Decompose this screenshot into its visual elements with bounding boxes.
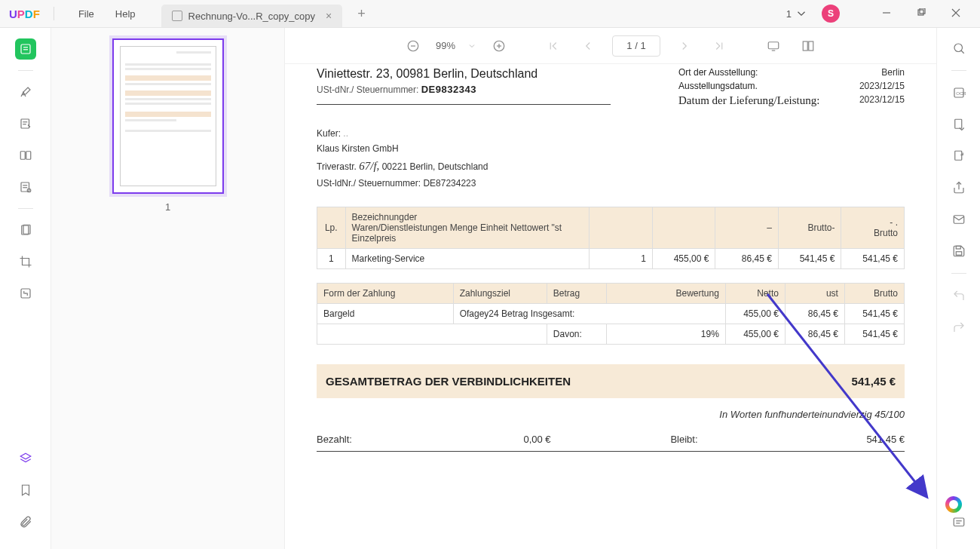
tab-close-button[interactable]: × [326, 10, 332, 22]
page-layout-button[interactable] [798, 35, 819, 57]
export-button[interactable] [949, 146, 969, 166]
paid-value: 0,00 € [523, 434, 550, 445]
svg-rect-12 [26, 152, 30, 160]
seller-vat-label: USt-dNr./ Steuernummer: [317, 84, 418, 95]
last-page-button[interactable] [709, 35, 730, 57]
maximize-button[interactable] [906, 2, 936, 26]
redo-button[interactable] [949, 317, 969, 337]
buyer-label: Kufer: [317, 128, 341, 139]
convert-button[interactable] [949, 115, 969, 134]
cell-davon: Davon: [547, 324, 606, 344]
menu-file[interactable]: File [68, 4, 105, 24]
svg-rect-30 [803, 41, 807, 51]
crop-tool[interactable] [15, 251, 36, 272]
edit-tool[interactable] [15, 113, 36, 134]
cell-form: Bargeld [317, 303, 454, 324]
form-tool[interactable] [15, 176, 36, 198]
chevron-down-icon [795, 7, 808, 20]
svg-text:OCR: OCR [956, 91, 966, 96]
reader-tool[interactable] [15, 38, 36, 60]
page-input[interactable]: 1 / 1 [612, 35, 660, 57]
svg-rect-42 [956, 246, 960, 249]
tab-count[interactable]: 1 [777, 4, 817, 23]
attachment-tool[interactable] [15, 511, 36, 532]
col-blank1 [590, 207, 653, 248]
new-tab-button[interactable]: + [351, 3, 372, 25]
comments-panel-button[interactable] [949, 513, 969, 532]
protect-tool[interactable] [15, 219, 36, 241]
total-row: GESAMTBETRAG DER VERBINDLICHKEITEN 541,4… [317, 364, 905, 398]
svg-rect-40 [954, 216, 964, 224]
buyer-vat-label: USt-ldNr./ Steuernummer: [317, 178, 421, 189]
svg-rect-28 [768, 41, 779, 48]
save-button[interactable] [949, 241, 969, 261]
page-separator: / [635, 40, 638, 51]
tab-title: Rechnung-Vo...R_copy_copy [188, 11, 315, 22]
col-ust: ust [785, 283, 844, 303]
email-button[interactable] [949, 210, 969, 229]
col-dash: – [715, 207, 779, 248]
cell-desc: Marketing-Service [345, 248, 590, 268]
bookmark-tool[interactable] [15, 480, 36, 501]
divider [951, 70, 966, 71]
prev-page-button[interactable] [577, 35, 599, 57]
next-page-button[interactable] [674, 35, 695, 57]
compress-tool[interactable] [15, 283, 36, 304]
document-icon [172, 11, 182, 21]
svg-rect-41 [956, 252, 962, 256]
minimize-button[interactable] [871, 2, 902, 26]
divider [317, 104, 611, 105]
ocr-button[interactable]: OCR [949, 83, 969, 103]
page-viewport[interactable]: Viniettestr. 23, 00981 Berlin, Deutschla… [285, 64, 936, 549]
page-current: 1 [626, 40, 632, 51]
svg-rect-11 [20, 152, 25, 160]
buyer-name: Klaus Kirsten GmbH [317, 141, 905, 156]
cell-netto: 455,00 € [652, 248, 715, 268]
zoom-value[interactable]: 99% [436, 40, 455, 51]
svg-rect-18 [23, 225, 30, 234]
menubar: UPDF File Help Rechnung-Vo...R_copy_copy… [0, 0, 980, 28]
buyer-address-pre: Triverastr. [317, 161, 357, 172]
items-table: Lp. Bezeichnungder Waren/Dienstleistunge… [317, 207, 905, 269]
right-toolbar: OCR [936, 28, 980, 549]
svg-rect-1 [918, 10, 923, 15]
page-thumbnail[interactable] [112, 38, 224, 194]
zoom-in-button[interactable] [488, 35, 510, 57]
first-page-button[interactable] [543, 35, 564, 57]
close-window-button[interactable] [941, 2, 971, 26]
tab-count-value: 1 [786, 8, 792, 20]
page-tool[interactable] [15, 145, 36, 166]
cell-brutto: 541,45 € [844, 303, 904, 324]
document-tab[interactable]: Rechnung-Vo...R_copy_copy × [161, 5, 343, 27]
divider [18, 70, 33, 71]
zoom-out-button[interactable] [403, 35, 424, 57]
cell-brutto2: 541,45 € [841, 248, 905, 268]
search-button[interactable] [949, 38, 969, 58]
svg-rect-38 [954, 151, 961, 160]
cell-ziel: Ofagey24 Betrag Insgesamt: [453, 303, 725, 324]
comment-tool[interactable] [15, 81, 36, 103]
svg-rect-8 [21, 119, 29, 128]
payment-status-row: Bezahlt: 0,00 € Bleibt: 541,45 € [317, 434, 905, 452]
col-ziel: Zahlungsziel [453, 283, 547, 303]
layers-tool[interactable] [15, 448, 36, 469]
user-avatar[interactable]: S [822, 5, 840, 23]
cell-netto: 455,00 € [725, 324, 785, 344]
zoom-dropdown-icon[interactable] [467, 39, 476, 53]
share-button[interactable] [949, 178, 969, 198]
divider [18, 208, 33, 209]
workspace: 1 99% 1 / 1 [0, 28, 980, 549]
present-button[interactable] [763, 35, 784, 57]
undo-button[interactable] [949, 286, 969, 305]
pdf-page: Viniettestr. 23, 00981 Berlin, Deutschla… [309, 64, 912, 534]
place-label: Ort der Ausstellung: [678, 67, 758, 78]
cell-ust: 86,45 € [785, 324, 844, 344]
col-lp: Lp. [317, 207, 346, 248]
ai-assistant-button[interactable] [945, 496, 962, 513]
buyer-address-post: 00221 Berlin, Deutschland [382, 161, 488, 172]
seller-vat-value: DE9832343 [421, 84, 476, 95]
cell-netto: 455,00 € [725, 303, 785, 324]
col-brutto2: - . Brutto [841, 207, 905, 248]
svg-rect-5 [21, 44, 30, 54]
menu-help[interactable]: Help [105, 4, 146, 24]
